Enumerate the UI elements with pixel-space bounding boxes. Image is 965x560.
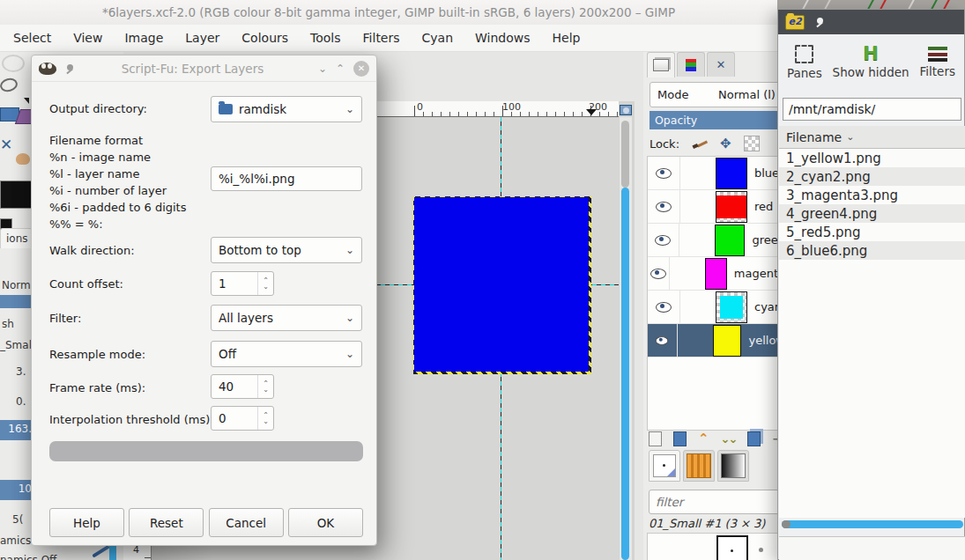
- dialog-buttons: Help Reset Cancel OK: [49, 508, 363, 537]
- lock-position-icon[interactable]: ✥: [720, 137, 731, 151]
- vscroll-thumb-gray[interactable]: [621, 121, 629, 188]
- menu-cyan[interactable]: Cyan: [422, 31, 454, 45]
- output-directory-select[interactable]: ramdisk ⌄: [211, 96, 362, 122]
- file-row[interactable]: 5_red5.png: [779, 223, 965, 241]
- layer-row-magenta[interactable]: magenta: [648, 257, 785, 291]
- layer-row-blue[interactable]: blue: [648, 157, 785, 190]
- opacity-slider-fragment[interactable]: [0, 295, 32, 308]
- spinner-arrows[interactable]: ⌃⌄: [257, 375, 273, 398]
- tab-channels[interactable]: [677, 52, 705, 77]
- file-row[interactable]: 6_blue6.png: [779, 241, 965, 260]
- gradient-tab-icon: [721, 453, 746, 478]
- new-group-icon[interactable]: [673, 431, 687, 446]
- file-row[interactable]: 1_yellow1.png: [779, 149, 965, 167]
- file-hscrollbar[interactable]: [782, 520, 963, 528]
- file-row[interactable]: 3_magenta3.png: [779, 186, 965, 204]
- eye-icon: [656, 302, 672, 313]
- duplicate-layer-icon[interactable]: [747, 431, 761, 446]
- tool-free-select-icon[interactable]: [0, 77, 19, 94]
- pin-icon[interactable]: [65, 63, 76, 74]
- reset-button[interactable]: Reset: [129, 508, 204, 537]
- foreground-color-swatch[interactable]: [0, 181, 34, 209]
- ok-button[interactable]: OK: [288, 508, 363, 537]
- panes-button[interactable]: Panes: [787, 45, 822, 80]
- file-list-empty-area[interactable]: [779, 260, 965, 518]
- file-row[interactable]: 2_cyan2.png: [779, 167, 965, 186]
- menu-filters[interactable]: Filters: [363, 31, 400, 45]
- visibility-toggle[interactable]: [648, 257, 670, 290]
- chevron-down-icon: ⌄: [345, 244, 354, 256]
- filename-column-header[interactable]: Filename ⌄: [779, 126, 965, 149]
- tool-move-icon[interactable]: ✕: [0, 136, 12, 153]
- brush-grid[interactable]: [647, 533, 786, 560]
- visibility-toggle[interactable]: [648, 190, 680, 223]
- lock-alpha-icon[interactable]: [744, 136, 760, 151]
- visibility-toggle[interactable]: [648, 157, 680, 189]
- layer-row-red[interactable]: red: [648, 190, 785, 224]
- tab-brushes[interactable]: [649, 450, 680, 482]
- canvas-vscrollbar[interactable]: [620, 117, 632, 560]
- file-manager-titlebar[interactable]: e2: [778, 10, 964, 34]
- filter-select[interactable]: All layers ⌄: [211, 305, 362, 331]
- menu-view[interactable]: View: [73, 31, 102, 45]
- dialog-titlebar[interactable]: Script-Fu: Export Layers ⌄ ⌃ ✕: [32, 55, 376, 82]
- vscroll-thumb-blue[interactable]: [621, 188, 629, 560]
- walk-direction-select[interactable]: Bottom to top ⌄: [211, 237, 362, 263]
- visibility-toggle[interactable]: [648, 324, 678, 357]
- resample-mode-select[interactable]: Off ⌄: [211, 341, 362, 367]
- gimp-titlebar[interactable]: *6layers.xcf-2.0 (RGB colour 8-bit gamma…: [0, 0, 777, 25]
- unshade-icon[interactable]: ⌃: [336, 63, 345, 75]
- canvas-image[interactable]: [414, 197, 589, 372]
- file-row[interactable]: 4_green4.png: [779, 204, 965, 223]
- frame-rate-stepper[interactable]: 40 ⌃⌄: [211, 374, 274, 399]
- tab-layers[interactable]: [647, 52, 675, 77]
- cancel-button[interactable]: Cancel: [209, 508, 284, 537]
- tab-paths[interactable]: ✕: [707, 52, 735, 77]
- opacity-slider[interactable]: Opacity: [650, 111, 792, 129]
- show-hidden-button[interactable]: H Show hidden: [833, 46, 909, 79]
- brush-dot[interactable]: [759, 548, 763, 552]
- filters-button[interactable]: Filters: [920, 47, 955, 78]
- visibility-toggle[interactable]: [648, 291, 680, 323]
- brush-filter-input[interactable]: [649, 490, 793, 514]
- tab-gradients[interactable]: [717, 450, 749, 482]
- lower-layer-icon[interactable]: ⌄⌄: [721, 432, 737, 446]
- layer-thumb-5: [713, 325, 742, 357]
- close-icon[interactable]: ✕: [353, 61, 369, 77]
- navigation-preview-icon[interactable]: [620, 105, 632, 115]
- filename-format-input[interactable]: [211, 166, 362, 191]
- menu-layer[interactable]: Layer: [185, 31, 219, 45]
- help-button[interactable]: Help: [49, 508, 124, 537]
- interpolation-threshold-stepper[interactable]: 0 ⌃⌄: [211, 406, 274, 431]
- menu-windows[interactable]: Windows: [475, 31, 531, 45]
- selected-brush-cell[interactable]: [716, 535, 748, 560]
- menu-help[interactable]: Help: [553, 31, 581, 45]
- count-offset-stepper[interactable]: 1 ⌃⌄: [211, 271, 274, 296]
- tool-ellipse-select-icon[interactable]: [2, 55, 25, 72]
- tool-smudge-icon[interactable]: [16, 153, 30, 165]
- menu-select[interactable]: Select: [13, 31, 51, 45]
- menu-image[interactable]: Image: [124, 31, 163, 45]
- menu-colours[interactable]: Colours: [241, 31, 288, 45]
- path-input[interactable]: [783, 98, 961, 121]
- shade-icon[interactable]: ⌄: [318, 63, 327, 75]
- visibility-toggle[interactable]: [648, 224, 679, 256]
- layer-row-cyan[interactable]: cyan: [648, 291, 785, 324]
- layer-row-green[interactable]: green: [648, 224, 785, 257]
- tab-patterns[interactable]: [683, 450, 715, 482]
- folder-icon: [219, 104, 233, 114]
- spinner-arrows[interactable]: ⌃⌄: [257, 272, 273, 295]
- new-layer-icon[interactable]: [649, 431, 662, 446]
- raise-layer-icon[interactable]: ⌃: [698, 431, 709, 446]
- layer-mode-select[interactable]: Mode Normal (l) ⌄: [650, 82, 798, 107]
- spacing-slider-fragment[interactable]: 10: [0, 480, 33, 500]
- brush-fragment: sh: [2, 318, 14, 330]
- tool-options-tab[interactable]: ions: [0, 228, 34, 248]
- spinner-arrows[interactable]: ⌃⌄: [257, 407, 273, 430]
- layer-row-yellow[interactable]: yellow: [648, 324, 785, 357]
- dynamics-fragment: amics: [0, 534, 31, 547]
- lock-pixels-icon[interactable]: [692, 137, 708, 150]
- angle-slider-fragment[interactable]: 163.: [0, 420, 33, 440]
- menu-tools[interactable]: Tools: [310, 31, 341, 45]
- pin-icon[interactable]: [815, 17, 826, 27]
